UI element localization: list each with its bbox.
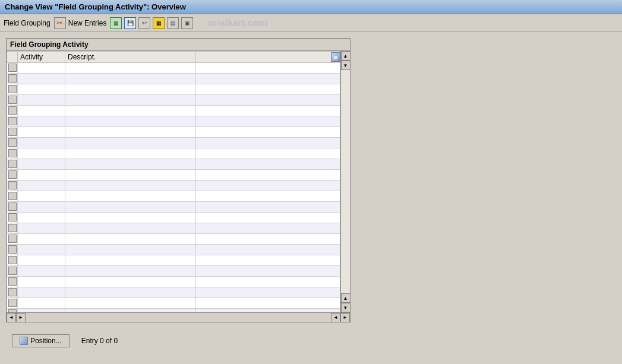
row-selector[interactable] [8,256,17,264]
undo-icon[interactable]: ↩ [138,17,150,29]
row-selector-cell [7,127,18,138]
descript-cell[interactable] [65,287,196,298]
activity-cell[interactable] [18,298,65,309]
row-selector[interactable] [8,299,17,307]
activity-cell[interactable] [18,245,65,255]
activity-cell[interactable] [18,266,65,277]
descript-cell[interactable] [65,255,196,266]
activity-cell[interactable] [18,234,65,245]
settings-icon[interactable]: ▣ [181,17,193,29]
save-icon[interactable]: ▦ [153,17,165,29]
activity-cell[interactable] [18,213,65,223]
column-resize-button[interactable]: ▦ [331,52,340,62]
descript-cell[interactable] [65,148,196,159]
descript-cell[interactable] [65,106,196,116]
scissors-icon[interactable]: ✂ [54,17,66,29]
position-button[interactable]: Position... [12,334,70,347]
descript-cell[interactable] [65,223,196,234]
descript-cell[interactable] [65,298,196,309]
activity-cell[interactable] [18,277,65,287]
new-entry-icon[interactable]: ▦ [110,17,122,29]
activity-cell[interactable] [18,287,65,298]
toolbar: Field Grouping ✂ New Entries ▦ 💾 ↩ ▦ ▤ ▣… [0,14,622,32]
row-selector[interactable] [8,224,17,232]
scroll-up-button-bottom[interactable]: ▲ [341,293,351,303]
descript-cell[interactable] [65,309,196,313]
vertical-scrollbar[interactable]: ▲ ▼ ▲ ▼ [340,51,350,312]
row-selector[interactable] [8,309,17,313]
descript-cell[interactable] [65,202,196,213]
h-scroll-left-btn[interactable]: ◄ [7,313,16,322]
row-selector[interactable] [8,213,17,221]
descript-cell[interactable] [65,95,196,106]
row-selector-cell [7,245,18,255]
new-entries-label: New Entries [68,19,107,27]
table-row [7,116,340,127]
export-icon[interactable]: ▤ [167,17,179,29]
activity-cell[interactable] [18,127,65,138]
h-scroll-right-btn-left[interactable]: ► [16,313,26,322]
row-selector[interactable] [8,138,17,147]
activity-cell[interactable] [18,170,65,181]
row-selector[interactable] [8,267,17,275]
horizontal-scrollbar[interactable]: ◄ ► ◄ ► [7,312,350,322]
descript-cell[interactable] [65,191,196,202]
table-row [7,266,340,277]
activity-cell[interactable] [18,202,65,213]
copy-icon[interactable]: 💾 [124,17,136,29]
descript-cell[interactable] [65,266,196,277]
activity-cell[interactable] [18,63,65,74]
row-selector[interactable] [8,277,17,286]
h-scroll-right-btn[interactable]: ► [340,313,350,322]
activity-cell[interactable] [18,223,65,234]
row-selector[interactable] [8,181,17,189]
row-selector[interactable] [8,170,17,179]
activity-cell[interactable] [18,309,65,313]
table-row [7,138,340,148]
activity-cell[interactable] [18,138,65,148]
activity-cell[interactable] [18,106,65,116]
activity-cell[interactable] [18,255,65,266]
descript-cell[interactable] [65,277,196,287]
activity-cell[interactable] [18,191,65,202]
descript-cell[interactable] [65,159,196,170]
activity-cell[interactable] [18,95,65,106]
row-selector[interactable] [8,85,17,93]
descript-cell[interactable] [65,84,196,95]
descript-cell[interactable] [65,138,196,148]
descript-cell[interactable] [65,116,196,127]
row-selector[interactable] [8,245,17,254]
row-selector[interactable] [8,235,17,243]
descript-cell[interactable] [65,245,196,255]
descript-cell[interactable] [65,213,196,223]
descript-cell[interactable] [65,127,196,138]
row-selector[interactable] [8,96,17,104]
activity-cell[interactable] [18,159,65,170]
h-scroll-right-section: ◄ ► [178,313,350,322]
descript-cell[interactable] [65,181,196,191]
row-selector[interactable] [8,192,17,200]
row-selector[interactable] [8,74,17,83]
row-selector[interactable] [8,117,17,125]
row-selector[interactable] [8,202,17,211]
row-selector[interactable] [8,149,17,157]
activity-cell[interactable] [18,116,65,127]
activity-cell[interactable] [18,84,65,95]
row-selector[interactable] [8,288,17,296]
descript-cell[interactable] [65,74,196,84]
row-selector[interactable] [8,128,17,136]
scroll-down-button-top[interactable]: ▼ [341,61,351,70]
h-scroll-left-btn-right[interactable]: ◄ [331,313,340,322]
descript-cell[interactable] [65,234,196,245]
scroll-up-button[interactable]: ▲ [341,51,351,61]
row-selector[interactable] [8,106,17,115]
scroll-down-button[interactable]: ▼ [341,303,351,312]
row-selector[interactable] [8,64,17,72]
descript-cell[interactable] [65,170,196,181]
table-row [7,181,340,191]
activity-cell[interactable] [18,148,65,159]
activity-cell[interactable] [18,181,65,191]
activity-cell[interactable] [18,74,65,84]
descript-cell[interactable] [65,63,196,74]
row-selector[interactable] [8,160,17,168]
